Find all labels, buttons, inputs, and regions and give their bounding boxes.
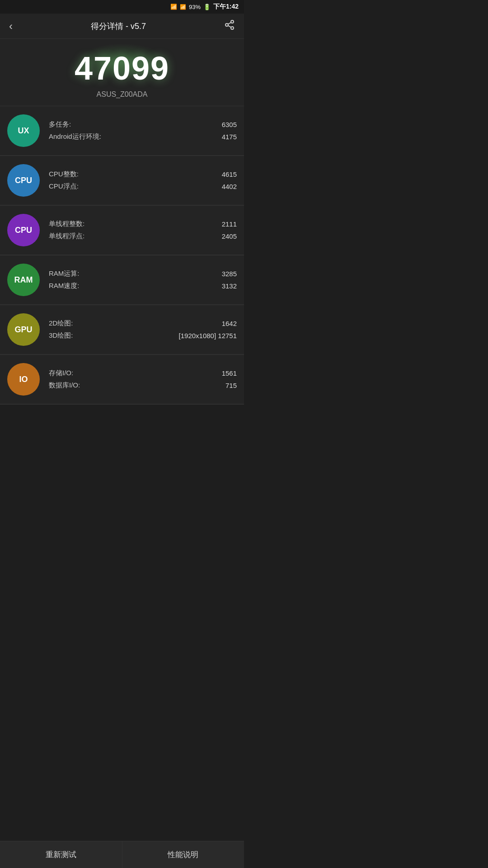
header: ‹ 得分详情 - v5.7: [0, 14, 244, 39]
row-label-0-1: Android运行环境:: [49, 132, 101, 141]
row-item-2-1: 单线程浮点:2405: [49, 230, 237, 242]
wifi-icon: 📶: [170, 4, 177, 10]
row-value-4-0: 1642: [222, 320, 237, 327]
badge-ram-3: RAM: [7, 264, 40, 296]
row-value-0-0: 6305: [222, 121, 237, 128]
row-label-0-0: 多任务:: [49, 120, 71, 129]
row-value-5-0: 1561: [222, 369, 237, 377]
share-button[interactable]: [224, 19, 235, 33]
row-label-1-0: CPU整数:: [49, 170, 79, 179]
row-label-5-1: 数据库I/O:: [49, 381, 80, 390]
row-value-4-1: [868x488] 12751: [179, 332, 237, 340]
benchmark-row-0: UX多任务:6305Android运行环境:4175: [0, 106, 244, 156]
row-label-2-1: 单线程浮点:: [49, 232, 84, 241]
row-item-3-1: RAM速度:3132: [49, 280, 237, 292]
svg-line-3: [228, 26, 231, 28]
row-value-0-1: 4175: [222, 133, 237, 141]
row-value-2-0: 2111: [222, 220, 237, 228]
time-display: 下午1:42: [213, 3, 239, 11]
row-value-2-1: 2405: [222, 232, 237, 240]
battery-text: 93%: [189, 4, 201, 10]
svg-point-1: [225, 24, 228, 26]
score-section: 47099 ASUS_Z00ADA: [0, 39, 244, 106]
row-label-2-0: 单线程整数:: [49, 220, 84, 228]
badge-cpu-2: CPU: [7, 214, 40, 246]
battery-icon: 🔋: [203, 4, 211, 10]
row-label-3-0: RAM运算:: [49, 269, 80, 278]
row-item-5-0: 存储I/O:1561: [49, 367, 237, 379]
row-item-5-1: 数据库I/O:715: [49, 379, 237, 392]
benchmark-row-5: IO存储I/O:1561数据库I/O:715: [0, 355, 244, 404]
row-label-5-0: 存储I/O:: [49, 369, 73, 377]
row-value-3-1: 3132: [222, 282, 237, 290]
benchmark-row-1: CPUCPU整数:4615CPU浮点:4402: [0, 156, 244, 205]
row-label-3-1: RAM速度:: [49, 282, 80, 290]
row-item-2-0: 单线程整数:2111: [49, 218, 237, 230]
row-item-3-0: RAM运算:3285: [49, 268, 237, 280]
device-name: ASUS_Z00ADA: [9, 90, 235, 99]
badge-gpu-4: GPU: [7, 313, 40, 346]
benchmark-row-3: RAMRAM运算:3285RAM速度:3132: [0, 255, 244, 305]
svg-point-0: [231, 20, 234, 23]
row-label-4-0: 2D绘图:: [49, 319, 73, 328]
divider-5: [0, 404, 244, 405]
row-label-4-1: 3D绘图:: [49, 331, 73, 340]
badge-cpu-1: CPU: [7, 164, 40, 197]
total-score: 47099: [9, 50, 235, 87]
row-item-1-1: CPU浮点:4402: [49, 180, 237, 193]
back-button[interactable]: ‹: [9, 20, 13, 33]
row-value-1-1: 4402: [222, 183, 237, 190]
status-bar: 📶 📶 93% 🔋 下午1:42: [0, 0, 244, 14]
row-item-0-1: Android运行环境:4175: [49, 131, 237, 143]
page-title: 得分详情 - v5.7: [91, 21, 146, 32]
badge-io-5: IO: [7, 363, 40, 396]
benchmark-row-2: CPU单线程整数:2111单线程浮点:2405: [0, 206, 244, 255]
svg-point-2: [231, 27, 234, 29]
svg-line-4: [228, 23, 231, 24]
benchmark-list: UX多任务:6305Android运行环境:4175CPUCPU整数:4615C…: [0, 106, 244, 436]
row-value-5-1: 715: [225, 382, 237, 389]
row-value-1-0: 4615: [222, 170, 237, 178]
badge-ux-0: UX: [7, 114, 40, 147]
row-item-1-0: CPU整数:4615: [49, 168, 237, 180]
row-label-1-1: CPU浮点:: [49, 182, 79, 191]
signal-icon: 📶: [180, 4, 186, 10]
row-value-3-0: 3285: [222, 270, 237, 278]
row-item-0-0: 多任务:6305: [49, 118, 237, 131]
row-item-4-1: 3D绘图:[868x488] 12751: [49, 330, 237, 342]
benchmark-row-4: GPU2D绘图:16423D绘图:[868x488] 12751: [0, 305, 244, 354]
row-item-4-0: 2D绘图:1642: [49, 317, 237, 330]
